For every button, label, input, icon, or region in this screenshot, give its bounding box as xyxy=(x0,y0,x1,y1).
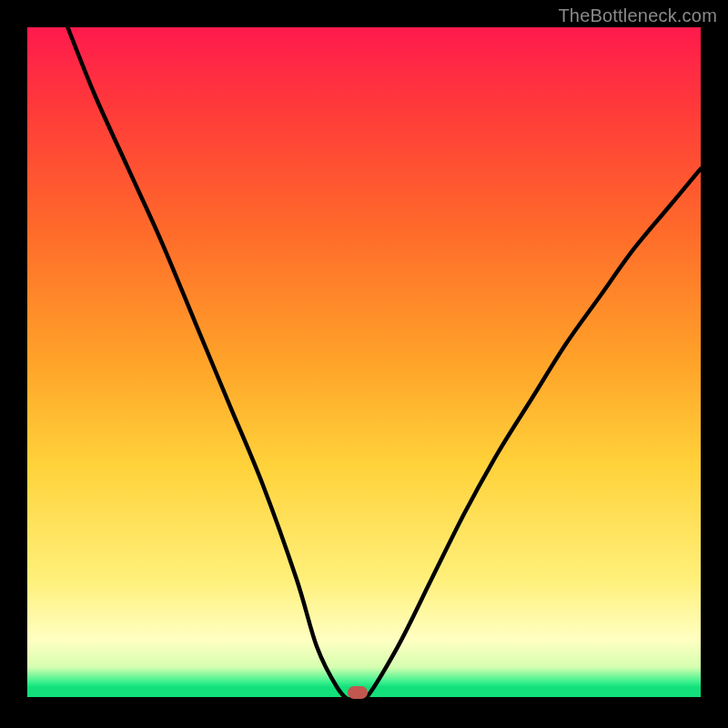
watermark-text: TheBottleneck.com xyxy=(558,5,717,26)
chart-stage: TheBottleneck.com xyxy=(0,0,728,728)
bottleneck-curve xyxy=(27,27,701,701)
plot-area xyxy=(27,27,701,701)
optimal-marker xyxy=(348,686,368,699)
